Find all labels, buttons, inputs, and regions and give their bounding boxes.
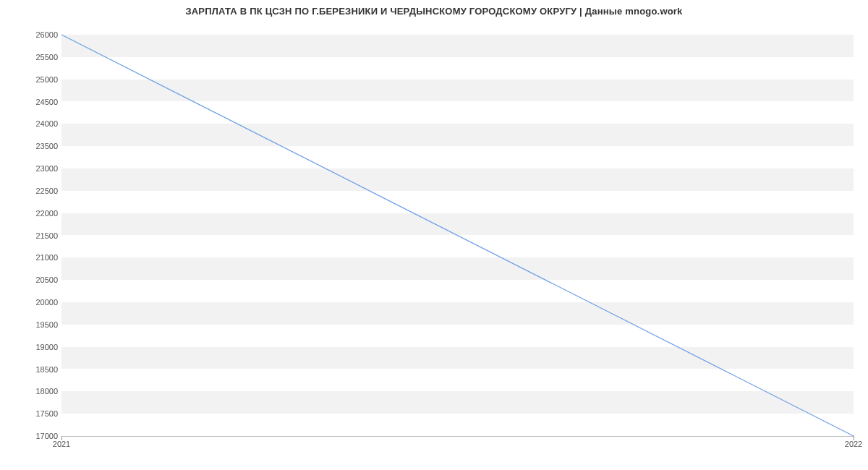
y-tick-label: 21500 bbox=[7, 231, 58, 240]
y-tick-label: 21000 bbox=[7, 253, 58, 262]
y-tick-label: 17000 bbox=[7, 432, 58, 440]
y-tick-label: 19000 bbox=[7, 343, 58, 351]
x-tick-label: 2022 bbox=[845, 440, 862, 448]
y-tick-label: 25000 bbox=[7, 75, 58, 84]
y-tick-label: 26000 bbox=[7, 30, 58, 39]
chart-area: 1700017500180001850019000195002000020500… bbox=[0, 22, 868, 463]
y-tick-label: 18500 bbox=[7, 365, 58, 374]
y-tick-label: 20000 bbox=[7, 298, 58, 307]
series-line bbox=[61, 35, 854, 436]
y-tick-label: 23500 bbox=[7, 142, 58, 150]
y-tick-label: 22500 bbox=[7, 187, 58, 195]
y-tick-label: 25500 bbox=[7, 53, 58, 61]
y-tick-label: 22000 bbox=[7, 209, 58, 218]
y-tick-label: 20500 bbox=[7, 275, 58, 284]
x-tick-label: 2021 bbox=[53, 440, 70, 448]
chart-title: ЗАРПЛАТА В ПК ЦСЗН ПО Г.БЕРЕЗНИКИ И ЧЕРД… bbox=[0, 0, 868, 17]
y-tick-label: 23000 bbox=[7, 164, 58, 173]
y-tick-label: 18000 bbox=[7, 387, 58, 396]
plot-area bbox=[61, 35, 854, 437]
y-tick-label: 19500 bbox=[7, 320, 58, 329]
y-tick-label: 24000 bbox=[7, 119, 58, 128]
line-layer bbox=[61, 35, 854, 436]
y-tick-label: 24500 bbox=[7, 98, 58, 106]
y-tick-label: 17500 bbox=[7, 409, 58, 418]
